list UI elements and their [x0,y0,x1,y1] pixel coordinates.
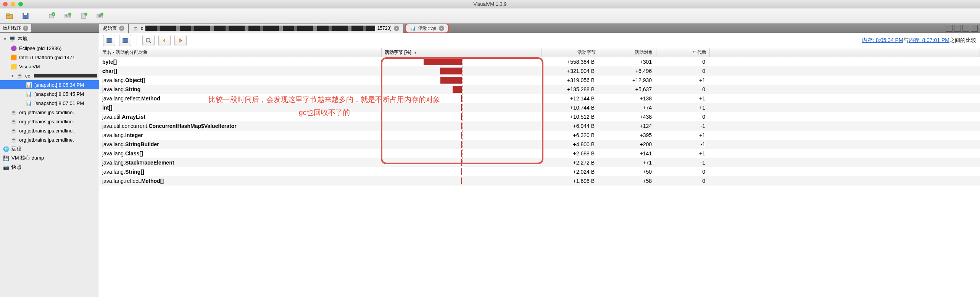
table-row[interactable]: java.lang.reflect.Method[]+1,696 B+580 [99,176,980,186]
cell-classname: java.lang.String[] [99,169,382,175]
cell-bar [382,149,542,158]
cell-bar [382,57,542,66]
nav-prev-icon[interactable] [158,35,171,46]
col-bytes[interactable]: 活动字节 [542,48,599,57]
svg-point-9 [68,13,71,16]
open-icon[interactable] [4,11,15,21]
cell-objects: +200 [599,141,656,147]
save-icon[interactable] [20,11,31,21]
tree-item-snapshot[interactable]: 📊 [snapshot] 8:05:34 PM [0,80,99,89]
svg-rect-1 [6,14,10,15]
table-row[interactable]: java.util.ArrayList+10,512 B+4380 [99,112,980,121]
table-row[interactable]: java.lang.Object[]+319,056 B+12,930+1 [99,76,980,85]
export-alt-icon[interactable] [119,35,131,46]
sidebar-tab-applications[interactable]: 应用程序 × [0,24,32,32]
tree-item-app[interactable]: ☕org.jetbrains.jps.cmdline. [0,117,99,126]
cell-objects: +438 [599,114,656,120]
col-objects[interactable]: 活动对象 [599,48,656,57]
table-row[interactable]: int[]+10,744 B+74+1 [99,103,980,112]
minimize-window-button[interactable] [11,2,15,6]
close-icon[interactable]: × [119,26,124,31]
table-row[interactable]: java.lang.StackTraceElement+2,272 B+71-1 [99,158,980,167]
search-icon[interactable] [142,35,155,46]
tree-node-cc[interactable]: ▼ ☕ cc [0,71,99,80]
tab-cc-process[interactable]: ☕ c 15723) × [129,24,403,33]
cell-objects: +395 [599,132,656,138]
tree-node-snapshots[interactable]: 📷快照 [0,163,99,172]
table-row[interactable]: char[]+321,904 B+6,4960 [99,66,980,76]
cell-bytes: +321,904 B [542,68,599,74]
add-local-icon[interactable]: + [46,11,57,21]
cell-gen: -1 [656,141,710,147]
compare-table: 类名 - 活动的分配对象 活动字节 [%]▼ 活动字节 活动对象 年代数 byt… [99,48,980,297]
close-icon[interactable]: × [439,26,444,31]
close-icon[interactable]: × [23,26,28,31]
close-window-button[interactable] [3,2,8,6]
disclosure-triangle-icon[interactable]: ▼ [11,74,15,78]
table-row[interactable]: java.util.concurrent.ConcurrentHashMap$V… [99,121,980,131]
table-row[interactable]: java.lang.Integer+6,320 B+395+1 [99,131,980,140]
nav-next-icon[interactable] [174,35,187,46]
tab-compare[interactable]: 📊 活动比较 × [405,24,449,34]
snapshot-link-1[interactable]: 内存: 8:05:34 PM [862,37,903,43]
cell-bar [382,85,542,94]
cell-classname: byte[] [99,59,382,65]
cell-classname: char[] [99,68,382,74]
svg-line-18 [150,42,151,43]
snapshot-link-2[interactable]: 内存: 8:07:01 PM [909,37,949,43]
table-row[interactable]: java.lang.Class[]+2,688 B+141+1 [99,149,980,158]
tree-item-app[interactable]: 🟨 VisualVM [0,62,99,71]
separator [137,36,137,45]
cell-bar [382,121,542,131]
tree-node-local[interactable]: ▼ 🖥️ 本地 [0,34,99,44]
sidebar-tab-label: 应用程序 [3,25,21,31]
computer-icon: 🖥️ [9,36,15,42]
tree-node-vmdump[interactable]: 💾VM 核心 dump [0,153,99,163]
window-control-icon[interactable] [971,25,978,32]
table-row[interactable]: java.lang.StringBuilder+4,800 B+200-1 [99,140,980,149]
tree-item-snapshot[interactable]: 📊 [snapshot] 8:07:01 PM [0,98,99,108]
add-dump-icon[interactable] [78,11,89,21]
tree-item-app[interactable]: ☕org.jetbrains.jps.cmdline. [0,126,99,135]
table-header: 类名 - 活动的分配对象 活动字节 [%]▼ 活动字节 活动对象 年代数 [99,48,980,57]
remote-icon: 🌐 [3,146,9,152]
table-row[interactable]: java.lang.String[]+2,024 B+500 [99,167,980,176]
svg-point-14 [100,13,103,16]
window-control-icon[interactable] [962,25,969,32]
cell-bar [382,167,542,176]
close-icon[interactable]: × [394,26,399,31]
java-icon: ☕ [11,128,17,134]
window-control-icon[interactable] [954,25,961,32]
visualvm-icon: 🟨 [11,63,17,69]
cell-gen: +1 [656,150,710,157]
tree-item-app[interactable]: ☕org.jetbrains.jps.cmdline. [0,135,99,144]
dump-icon: 💾 [3,155,9,161]
svg-rect-15 [107,38,111,43]
cell-classname: java.lang.String [99,86,382,92]
tree-item-app[interactable]: ☕org.jetbrains.jps.cmdline. [0,108,99,117]
window-control-icon[interactable] [946,25,953,32]
cell-gen: +1 [656,95,710,102]
tree-item-app[interactable]: 🟧 IntelliJ Platform (pid 1471 [0,53,99,62]
tree-node-remote[interactable]: 🌐远程 [0,144,99,153]
cell-bar [382,112,542,121]
disclosure-triangle-icon[interactable]: ▼ [3,37,7,41]
table-row[interactable]: byte[]+558,384 B+3010 [99,57,980,66]
cell-bar [382,103,542,112]
col-generations[interactable]: 年代数 [656,48,710,57]
tree-item-app[interactable]: 🟣 Eclipse (pid 12836) [0,44,99,53]
cell-bytes: +2,688 B [542,150,599,157]
export-icon[interactable] [103,35,115,46]
add-jmx-icon[interactable]: JMX [62,11,73,21]
table-row[interactable]: java.lang.reflect.Method+12,144 B+138+1 [99,94,980,103]
col-classname[interactable]: 类名 - 活动的分配对象 [99,48,382,57]
tab-start[interactable]: 起始页 × [99,24,129,33]
col-bytes-pct[interactable]: 活动字节 [%]▼ [382,48,542,57]
svg-point-13 [98,15,101,17]
table-row[interactable]: java.lang.String+135,288 B+5,6370 [99,85,980,94]
java-icon: ☕ [11,137,17,143]
cell-classname: int[] [99,105,382,111]
zoom-window-button[interactable] [18,2,23,6]
add-snapshot-icon[interactable] [94,11,105,21]
tree-item-snapshot[interactable]: 📊 [snapshot] 8:05:45 PM [0,89,99,98]
